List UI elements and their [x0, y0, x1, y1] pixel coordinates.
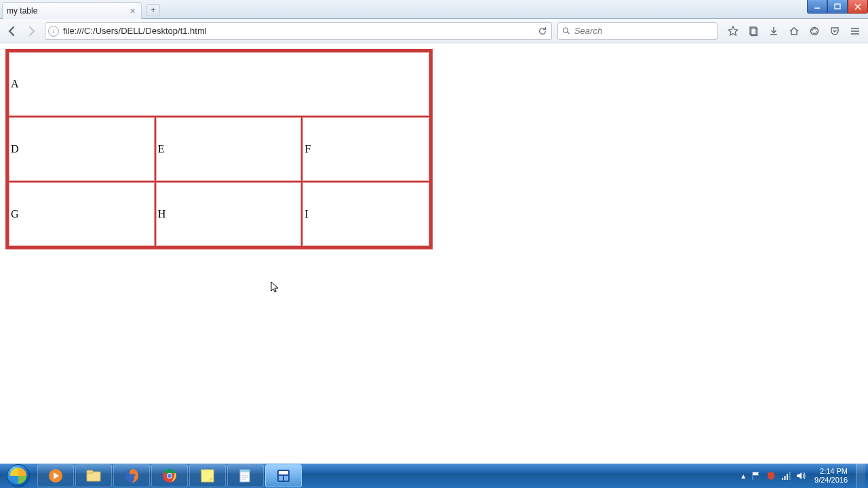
demo-table: A D E F G H I [5, 49, 433, 249]
table-cell: I [302, 182, 429, 246]
table-cell: A [9, 52, 429, 116]
svg-rect-25 [279, 471, 288, 474]
tray-flag-icon[interactable] [751, 470, 762, 481]
tab-title: my table [7, 6, 37, 16]
taskbar-sticky-notes[interactable] [189, 464, 226, 487]
table-row: G H I [9, 182, 429, 246]
svg-rect-29 [785, 476, 786, 480]
table-cell: D [9, 117, 155, 181]
url-text: file:///C:/Users/DELL/Desktop/t1.html [63, 26, 536, 36]
table-cell: E [156, 117, 302, 181]
bookmark-star-button[interactable] [724, 22, 742, 40]
forward-button[interactable] [23, 23, 39, 39]
table-cell: G [9, 182, 155, 246]
svg-rect-13 [87, 470, 93, 473]
taskbar-media-player[interactable] [37, 464, 74, 487]
window-maximize-button[interactable] [827, 0, 848, 14]
downloads-button[interactable] [765, 22, 783, 40]
window-titlebar: my table ✕ + [0, 0, 868, 19]
clock-date: 9/24/2016 [814, 476, 848, 485]
tray-volume-icon[interactable] [795, 470, 806, 481]
tray-overflow-button[interactable]: ▲ [740, 472, 747, 480]
tray-security-icon[interactable] [766, 470, 776, 481]
clock-time: 2:14 PM [814, 467, 848, 476]
svg-rect-28 [782, 478, 783, 480]
svg-rect-26 [279, 476, 283, 481]
svg-rect-20 [240, 470, 250, 472]
search-icon [562, 26, 570, 35]
page-viewport: A D E F G H I [0, 43, 868, 464]
svg-rect-30 [787, 474, 788, 480]
taskbar: ▲ 2:14 PM 9/24/2016 [0, 464, 868, 488]
svg-rect-27 [284, 476, 288, 481]
table-cell: F [302, 117, 429, 181]
new-tab-button[interactable]: + [146, 4, 160, 16]
url-bar[interactable]: i file:///C:/Users/DELL/Desktop/t1.html [45, 22, 552, 40]
taskbar-explorer[interactable] [75, 464, 112, 487]
table-row: D E F [9, 117, 429, 181]
system-tray: ▲ 2:14 PM 9/24/2016 [740, 464, 868, 488]
home-button[interactable] [785, 22, 803, 40]
taskbar-notepad[interactable] [227, 464, 264, 487]
tab-close-icon[interactable]: ✕ [127, 6, 137, 16]
show-desktop-button[interactable] [856, 464, 865, 488]
search-input[interactable] [574, 26, 713, 36]
svg-rect-31 [789, 472, 791, 480]
reload-button[interactable] [536, 25, 549, 37]
pocket-button[interactable] [826, 22, 844, 40]
window-controls [807, 0, 868, 14]
back-button[interactable] [4, 23, 20, 39]
library-button[interactable] [745, 22, 762, 40]
window-close-button[interactable] [848, 0, 868, 14]
svg-line-3 [567, 32, 569, 34]
taskbar-clock[interactable]: 2:14 PM 9/24/2016 [810, 467, 852, 484]
taskbar-chrome[interactable] [151, 464, 188, 487]
browser-toolbar: i file:///C:/Users/DELL/Desktop/t1.html [0, 19, 868, 43]
table-cell: H [156, 182, 302, 246]
svg-rect-1 [835, 4, 840, 9]
start-button[interactable] [0, 464, 37, 488]
taskbar-firefox[interactable] [113, 464, 150, 487]
search-bar[interactable] [557, 22, 717, 40]
identity-icon[interactable]: i [48, 26, 59, 37]
menu-button[interactable] [846, 22, 864, 40]
taskbar-app-active[interactable] [265, 464, 302, 487]
sync-button[interactable] [806, 22, 823, 40]
svg-rect-18 [201, 470, 214, 482]
svg-point-2 [563, 28, 568, 33]
table-row: A [9, 52, 429, 116]
browser-tab[interactable]: my table ✕ [2, 2, 142, 19]
window-minimize-button[interactable] [807, 0, 827, 14]
tray-network-icon[interactable] [781, 470, 791, 481]
svg-point-17 [167, 474, 172, 478]
